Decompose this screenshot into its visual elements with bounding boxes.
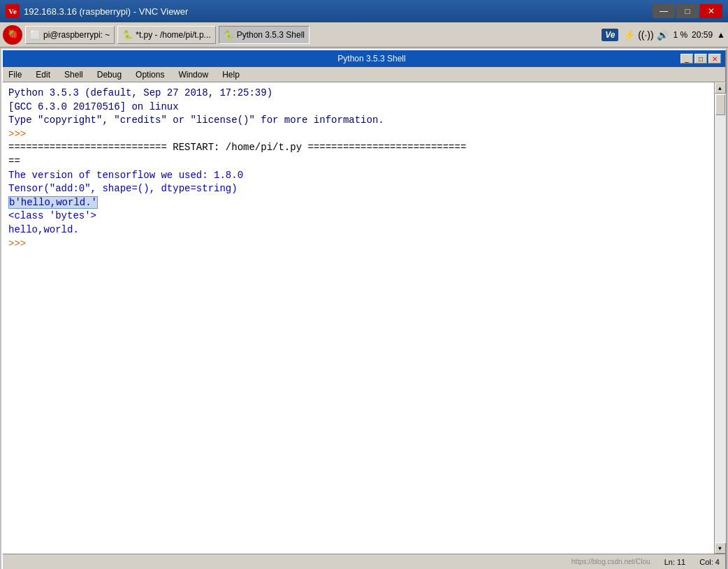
tf-version-line: The version of tensorflow we used: 1.8.0 (8, 169, 708, 183)
class-bytes-line: <class 'bytes'> (8, 209, 708, 223)
idle-maximize-button[interactable]: □ (694, 54, 707, 64)
up-arrow-icon: ▲ (717, 30, 725, 40)
scrollbar-thumb[interactable] (715, 94, 725, 115)
scrollbar-down-btn[interactable]: ▼ (715, 542, 726, 554)
idle-title: Python 3.5.3 Shell (63, 54, 680, 64)
scrollbar-track[interactable] (715, 94, 726, 542)
prompt-2: >>> (8, 237, 708, 251)
battery-percent: 1 % (673, 30, 687, 40)
wifi-icon: ((·)) (639, 29, 652, 41)
menu-edit[interactable]: Edit (33, 68, 53, 81)
vnc-maximize-button[interactable]: □ (676, 4, 699, 18)
tensor-line: Tensor("add:0", shape=(), dtype=string) (8, 182, 708, 196)
status-ln: Ln: 11 (664, 558, 686, 566)
vnc-title: 192.168.3.16 (raspberrypi) - VNC Viewer (24, 6, 653, 17)
output-line-1: Python 3.5.3 (default, Sep 27 2018, 17:2… (8, 87, 708, 101)
taskbar-terminal-btn[interactable]: ⬜ pi@raspberrypi: ~ (25, 26, 115, 44)
menu-shell[interactable]: Shell (61, 68, 86, 81)
idle-minimize-button[interactable]: _ (680, 54, 693, 64)
scrollbar[interactable]: ▲ ▼ (714, 82, 725, 554)
taskbar-shell-btn[interactable]: 🐍 Python 3.5.3 Shell (219, 26, 310, 44)
raspberry-icon[interactable]: 🍓 (3, 25, 22, 45)
idle-titlebar-controls: _ □ ✕ (680, 54, 721, 64)
output-line-2: [GCC 6.3.0 20170516] on linux (8, 101, 708, 114)
ve-badge: Ve (602, 29, 618, 41)
shell-output[interactable]: Python 3.5.3 (default, Sep 27 2018, 17:2… (3, 82, 714, 554)
idle-statusbar: https://blog.csdn.net/Clou Ln: 11 Col: 4 (3, 554, 725, 569)
vnc-minimize-button[interactable]: — (653, 4, 675, 18)
menu-file[interactable]: File (6, 68, 24, 81)
idle-window: Python 3.5.3 Shell _ □ ✕ File Edit Shell… (1, 49, 727, 569)
bluetooth-icon: ⚡ (623, 29, 635, 41)
volume-icon: 🔊 (656, 29, 669, 41)
vnc-icon: Ve (6, 4, 20, 18)
idle-titlebar: Python 3.5.3 Shell _ □ ✕ (3, 50, 725, 67)
output-line-3: Type "copyright", "credits" or "license(… (8, 114, 708, 128)
vnc-close-button[interactable]: ✕ (700, 4, 722, 18)
vnc-titlebar: Ve 192.168.3.16 (raspberrypi) - VNC View… (0, 0, 728, 22)
status-col: Col: 4 (699, 558, 720, 566)
vnc-taskbar: 🍓 ⬜ pi@raspberrypi: ~ 🐍 *t.py - /home/pi… (0, 22, 728, 47)
menu-options[interactable]: Options (133, 68, 167, 81)
shell-area: Python 3.5.3 (default, Sep 27 2018, 17:2… (3, 82, 725, 554)
clock: 20:59 (692, 30, 713, 40)
vnc-window-controls: — □ ✕ (653, 4, 722, 18)
hello-world-line: hello,world. (8, 223, 708, 237)
taskbar-right: Ve ⚡ ((·)) 🔊 1 % 20:59 ▲ (602, 29, 725, 41)
idle-close-button[interactable]: ✕ (708, 54, 721, 64)
prompt-1: >>> (8, 128, 708, 142)
menu-debug[interactable]: Debug (94, 68, 124, 81)
separator-line: =========================== RESTART: /ho… (8, 141, 708, 155)
taskbar-editor-btn[interactable]: 🐍 *t.py - /home/pi/t.p... (117, 26, 215, 44)
idle-menubar: File Edit Shell Debug Options Window Hel… (3, 67, 725, 82)
scrollbar-up-btn[interactable]: ▲ (715, 82, 726, 94)
separator-line-2: == (8, 155, 708, 169)
status-url: https://blog.csdn.net/Clou (572, 558, 650, 566)
hello-bytes-line: b'hello,world.' (8, 196, 708, 210)
menu-window[interactable]: Window (175, 68, 211, 81)
menu-help[interactable]: Help (219, 68, 242, 81)
